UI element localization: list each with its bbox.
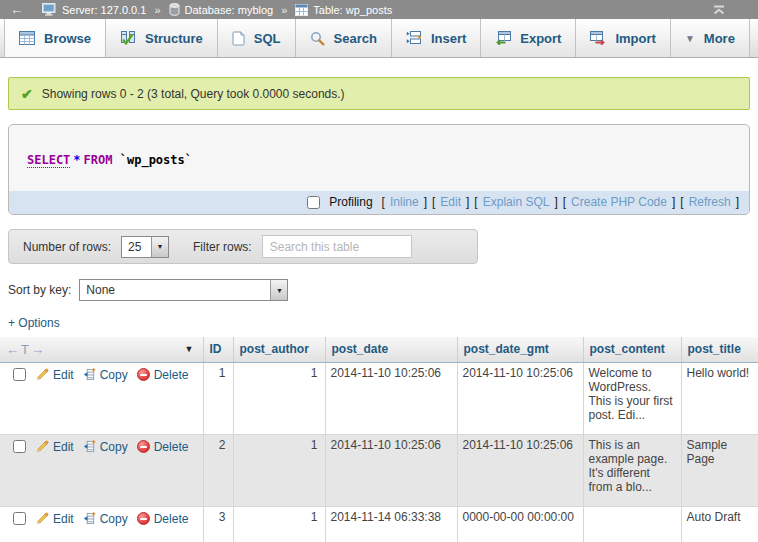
query-actions-bar: Profiling [ Inline ] [ Edit ] [ Explain … — [9, 191, 749, 214]
delete-row-link[interactable]: Delete — [154, 512, 189, 526]
breadcrumb: ← Server: 127.0.0.1 » Database: myblog »… — [0, 0, 758, 19]
row-checkbox[interactable] — [13, 440, 26, 453]
chevron-down-icon: ▼ — [685, 33, 695, 44]
tab-label: Insert — [431, 31, 466, 46]
row-actions-cell: Edit Copy Delete — [0, 434, 203, 506]
sort-controls: Sort by key: None ▼ — [8, 279, 750, 301]
back-arrow-icon[interactable]: ← — [10, 3, 23, 16]
column-header-id[interactable]: ID — [203, 337, 233, 362]
bracket: ] — [554, 195, 557, 209]
create-php-code-link[interactable]: Create PHP Code — [571, 195, 667, 209]
table-row: Edit Copy Delete 1 1 2014-11-10 10:25:06… — [0, 362, 758, 434]
options-row: + Options — [8, 316, 750, 330]
sort-caret-icon[interactable]: ▼ — [185, 344, 197, 354]
breadcrumb-separator: » — [154, 4, 160, 16]
refresh-link[interactable]: Refresh — [689, 195, 731, 209]
cell-post-date: 2014-11-10 10:25:06 — [325, 434, 457, 506]
success-check-icon: ✔ — [21, 86, 33, 102]
tab-search[interactable]: Search — [296, 19, 392, 57]
tab-label: Export — [520, 31, 561, 46]
tab-bar: Browse Structure SQL Search Insert Expor… — [0, 19, 758, 58]
row-actions-cell: Edit Copy Delete — [0, 362, 203, 434]
breadcrumb-separator: » — [281, 4, 287, 16]
copy-row-link[interactable]: Copy — [100, 512, 128, 526]
tab-sql[interactable]: SQL — [218, 19, 296, 57]
import-icon — [590, 31, 606, 45]
status-message-text: Showing rows 0 - 2 (3 total, Query took … — [42, 87, 345, 101]
sort-key-select[interactable]: None ▼ — [79, 279, 288, 301]
results-table: ←T→ ▼ ID post_author post_date post_date… — [0, 337, 758, 542]
column-header-post-date-gmt[interactable]: post_date_gmt — [457, 337, 583, 362]
transpose-icon[interactable]: ←T→ — [6, 342, 46, 357]
tab-more[interactable]: ▼ More — [671, 19, 750, 57]
tab-browse[interactable]: Browse — [4, 19, 106, 57]
cell-id: 1 — [203, 362, 233, 434]
profiling-label: Profiling — [329, 195, 372, 209]
bracket: [ — [382, 195, 385, 209]
breadcrumb-database[interactable]: Database: myblog — [169, 3, 274, 16]
search-icon — [310, 31, 325, 46]
sql-keyword-select[interactable]: SELECT — [27, 153, 70, 168]
cell-post-author: 1 — [233, 362, 325, 434]
delete-row-link[interactable]: Delete — [154, 368, 189, 382]
breadcrumb-database-label: Database: myblog — [185, 4, 274, 16]
header-row: ←T→ ▼ ID post_author post_date post_date… — [0, 337, 758, 362]
edit-row-link[interactable]: Edit — [53, 368, 74, 382]
cell-post-date-gmt: 2014-11-10 10:25:06 — [457, 362, 583, 434]
explain-sql-link[interactable]: Explain SQL — [483, 195, 550, 209]
tab-export[interactable]: Export — [481, 19, 576, 57]
bracket: ] — [672, 195, 675, 209]
column-header-post-date[interactable]: post_date — [325, 337, 457, 362]
tab-structure[interactable]: Structure — [106, 19, 218, 57]
chevron-down-icon: ▼ — [151, 237, 168, 257]
column-header-post-content[interactable]: post_content — [583, 337, 681, 362]
actions-header: ←T→ ▼ — [0, 337, 203, 362]
breadcrumb-table[interactable]: Table: wp_posts — [295, 4, 392, 16]
tab-label: Browse — [44, 31, 91, 46]
column-header-post-title[interactable]: post_title — [681, 337, 758, 362]
tab-insert[interactable]: Insert — [392, 19, 481, 57]
cell-post-date: 2014-11-10 10:25:06 — [325, 362, 457, 434]
filter-rows-label: Filter rows: — [193, 240, 252, 254]
sort-key-value: None — [80, 280, 270, 300]
sql-keyword-from: FROM — [84, 153, 113, 167]
collapse-panel-icon[interactable] — [712, 5, 726, 15]
column-header-post-author[interactable]: post_author — [233, 337, 325, 362]
inline-link[interactable]: Inline — [390, 195, 419, 209]
copy-row-link[interactable]: Copy — [100, 440, 128, 454]
cell-post-date-gmt: 2014-11-10 10:25:06 — [457, 434, 583, 506]
delete-row-link[interactable]: Delete — [154, 440, 189, 454]
bracket: ] — [424, 195, 427, 209]
pencil-icon — [36, 512, 49, 525]
breadcrumb-server-label: Server: 127.0.0.1 — [62, 4, 146, 16]
export-icon — [495, 31, 511, 45]
row-checkbox[interactable] — [13, 512, 26, 525]
row-checkbox[interactable] — [13, 368, 26, 381]
pencil-icon — [36, 440, 49, 453]
bracket: [ — [680, 195, 683, 209]
bracket: ] — [466, 195, 469, 209]
copy-row-link[interactable]: Copy — [100, 368, 128, 382]
filter-rows-input[interactable] — [262, 235, 412, 258]
delete-row-icon — [137, 440, 150, 453]
rows-count-select[interactable]: 25 ▼ — [121, 236, 169, 258]
tab-import[interactable]: Import — [576, 19, 670, 57]
options-toggle-link[interactable]: + Options — [8, 316, 60, 330]
cell-post-title: Auto Draft — [681, 506, 758, 542]
chevron-down-icon: ▼ — [270, 280, 287, 300]
delete-row-icon — [137, 368, 150, 381]
sort-by-key-label: Sort by key: — [8, 283, 71, 297]
status-message: ✔ Showing rows 0 - 2 (3 total, Query too… — [8, 77, 750, 110]
bracket: [ — [563, 195, 566, 209]
edit-query-link[interactable]: Edit — [440, 195, 461, 209]
cell-id: 2 — [203, 434, 233, 506]
profiling-checkbox[interactable] — [307, 196, 320, 209]
sql-query-text: SELECT*FROM `wp_posts` — [9, 125, 749, 191]
cell-id: 3 — [203, 506, 233, 542]
tab-label: Import — [615, 31, 655, 46]
edit-row-link[interactable]: Edit — [53, 512, 74, 526]
rows-count-value: 25 — [122, 237, 151, 257]
cell-post-title: Sample Page — [681, 434, 758, 506]
edit-row-link[interactable]: Edit — [53, 440, 74, 454]
breadcrumb-server[interactable]: Server: 127.0.0.1 — [42, 3, 146, 16]
